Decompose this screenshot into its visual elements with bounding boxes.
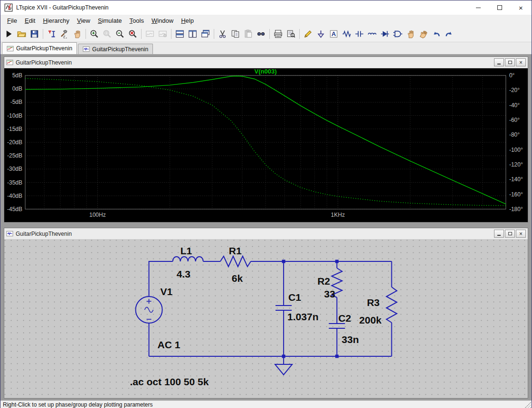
open-icon [17, 29, 26, 38]
right-axis-tick: -100° [509, 147, 523, 153]
find-button[interactable] [255, 28, 267, 40]
zoom-out-button[interactable] [114, 28, 126, 40]
save-button[interactable] [28, 28, 41, 40]
l1-value-label[interactable]: 4.3 [177, 269, 190, 279]
menu-tools[interactable]: Tools [126, 17, 148, 24]
tile-horizontal-button[interactable] [173, 28, 186, 40]
toolbar-separator [299, 29, 300, 39]
menu-help[interactable]: Help [177, 17, 198, 24]
menu-edit[interactable]: Edit [21, 17, 39, 24]
r2-value-label[interactable]: 33 [324, 288, 335, 299]
schematic-window-controls: × [493, 230, 526, 238]
menu-hierarchy[interactable]: Hierarchy [39, 17, 73, 24]
right-axis-tick: -140° [509, 176, 523, 183]
tile-vertical-button[interactable] [186, 28, 199, 40]
place-resistor-button[interactable] [340, 28, 353, 40]
control-panel-button[interactable] [58, 28, 71, 40]
ltspice-window: LTspice XVII - GuitarPickupThevenin × Fi… [0, 0, 532, 408]
place-diode-button[interactable] [379, 28, 391, 40]
app-titlebar[interactable]: LTspice XVII - GuitarPickupThevenin × [0, 0, 532, 15]
r1-value-label[interactable]: 6k [232, 273, 243, 284]
place-component-button[interactable] [391, 28, 404, 40]
resize-grip[interactable] [525, 402, 531, 408]
waveform-close-button[interactable]: × [516, 58, 526, 66]
drag-icon [419, 29, 428, 38]
junction [335, 260, 339, 263]
cascade-windows-button[interactable] [199, 28, 212, 40]
l1-name-label[interactable]: L1 [180, 245, 192, 256]
v1-name-label[interactable]: V1 [161, 286, 173, 297]
zoom-back-button[interactable] [101, 28, 114, 40]
c2-name-label[interactable]: C2 [338, 313, 351, 324]
menu-file[interactable]: File [3, 17, 21, 24]
status-text: Right-Click to set up phase/group delay … [3, 401, 153, 408]
toolbar-separator [141, 29, 142, 39]
maximize-button[interactable] [489, 0, 510, 15]
waveform-plot[interactable]: 5dB0dB-5dB-10dB-15dB-20dB-25dB-30dB-35dB… [4, 68, 528, 222]
schematic-close-button[interactable]: × [516, 230, 526, 238]
hand-icon [73, 29, 82, 38]
schematic-minimize-button[interactable] [494, 230, 504, 238]
schematic-titlebar[interactable]: GuitarPickupThevenin × [4, 228, 528, 240]
print-preview-button[interactable] [285, 28, 297, 40]
zoom-full-extents-button[interactable] [126, 28, 139, 40]
v1-value-label[interactable]: AC 1 [158, 339, 180, 350]
plot-settings-button[interactable] [156, 28, 169, 40]
place-net-label-button[interactable]: A [327, 28, 340, 40]
cascade-icon [201, 29, 210, 38]
cut-button[interactable] [216, 28, 229, 40]
print-button[interactable] [272, 28, 285, 40]
open-file-button[interactable] [15, 28, 28, 40]
menu-simulate[interactable]: Simulate [94, 17, 126, 24]
edit-wire-button[interactable] [302, 28, 314, 40]
trace-label[interactable]: V(n003) [254, 68, 276, 75]
menu-view[interactable]: View [73, 17, 94, 24]
move-button[interactable] [404, 28, 417, 40]
menu-window[interactable]: Window [148, 17, 177, 24]
label-icon: A [329, 29, 338, 38]
waveform-minimize-button[interactable] [494, 58, 504, 66]
drag-button[interactable] [417, 28, 430, 40]
r3-name-label[interactable]: R3 [367, 297, 380, 308]
component-icon [393, 29, 402, 38]
x-axis-tick: 1KHz [331, 212, 345, 218]
halt-button[interactable] [71, 28, 84, 40]
diode-icon [380, 29, 390, 38]
c1-name-label[interactable]: C1 [288, 292, 301, 303]
x-axis-tick: 100Hz [89, 212, 106, 218]
schematic-canvas[interactable]: L1 4.3 R1 6k V1 AC 1 C1 1.037n R2 33 C2 … [4, 240, 528, 398]
r3-value-label[interactable]: 200k [359, 315, 381, 325]
minimize-button[interactable] [467, 0, 489, 15]
waveform-tit1ebar[interactable]: GuitarPickupThevenin × [4, 57, 528, 68]
waveform-window: GuitarPickupThevenin × 5dB0dB-5dB-10dB-1… [4, 56, 528, 223]
undo-button[interactable] [430, 28, 443, 40]
probe-button[interactable] [45, 28, 58, 40]
junction [282, 260, 285, 263]
move-icon [406, 29, 415, 38]
r1-name-label[interactable]: R1 [229, 245, 242, 256]
close-button[interactable]: × [510, 0, 532, 15]
resistor-icon [342, 29, 351, 38]
c1-value-label[interactable]: 1.037n [287, 311, 318, 322]
copy-button[interactable] [229, 28, 242, 40]
place-inductor-button[interactable] [366, 28, 379, 40]
zoom-in-button[interactable] [88, 28, 101, 40]
place-ground-button[interactable] [314, 28, 327, 40]
run-button[interactable] [2, 28, 15, 40]
paste-button[interactable] [242, 28, 255, 40]
tab-schematic[interactable]: GuitarPickupThevenin [78, 44, 153, 54]
c2-value-label[interactable]: 33n [342, 334, 359, 345]
tab-waveform[interactable]: GuitarPickupThevenin [2, 42, 77, 54]
autorange-button[interactable] [143, 28, 156, 40]
waveform-restore-button[interactable] [505, 58, 515, 66]
toolbar-separator [171, 29, 171, 39]
schematic-restore-button[interactable] [505, 230, 515, 238]
spice-directive[interactable]: .ac oct 100 50 5k [130, 376, 209, 387]
r2-name-label[interactable]: R2 [317, 276, 330, 287]
right-axis-tick: -80° [509, 131, 520, 138]
redo-button[interactable] [443, 28, 456, 40]
left-axis-tick: -10dB [7, 112, 22, 119]
place-capacitor-button[interactable] [353, 28, 366, 40]
right-axis-tick: -60° [509, 117, 520, 123]
left-axis-tick: 5dB [12, 72, 22, 79]
